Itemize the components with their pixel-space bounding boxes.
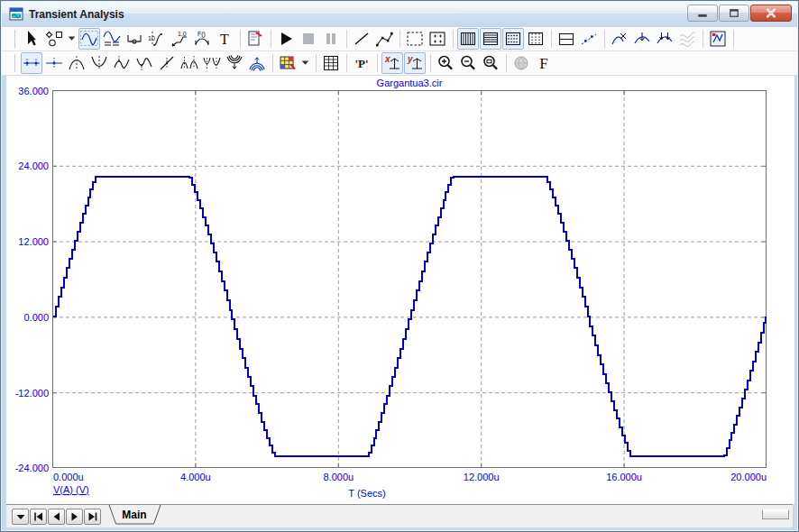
- page-tab-bar: Main: [6, 504, 793, 527]
- x-axis-labels: 0.000u 4.000u 8.000u 12.000u 16.000u 20.…: [53, 472, 767, 482]
- minor-grid-toggle[interactable]: [525, 28, 546, 50]
- plot-canvas[interactable]: Gargantua3.cir 36.000 24.000 12.000 0.00…: [6, 76, 794, 504]
- line-tool-icon: [352, 29, 372, 49]
- toolbar-grip[interactable]: [13, 30, 15, 48]
- waveform-buffer-icon: [677, 29, 697, 49]
- window-title: Transient Analysis: [29, 8, 124, 21]
- properties-icon: [245, 29, 265, 49]
- toolbar-grip[interactable]: [13, 54, 15, 72]
- grid-marks-button[interactable]: [427, 28, 448, 50]
- cursor-both-button[interactable]: [654, 28, 675, 50]
- y-tick-label: 12.000: [18, 236, 49, 247]
- prev-page-button[interactable]: [48, 509, 65, 525]
- minimize-button[interactable]: [687, 5, 718, 22]
- select-tool-icon: [22, 29, 41, 49]
- palette-dropdown-icon: [300, 53, 310, 73]
- cursor-drop-button[interactable]: [631, 28, 653, 50]
- zoom-region-button[interactable]: [480, 52, 501, 74]
- global-high-button[interactable]: [246, 52, 268, 74]
- graphics-dropdown-button[interactable]: [66, 28, 78, 50]
- toolbar-separator: [240, 30, 241, 48]
- vertical-grid-toggle[interactable]: [457, 28, 479, 50]
- go-to-low-button[interactable]: [133, 52, 155, 74]
- scale-mode-icon: [79, 29, 99, 49]
- performance-tag-button[interactable]: F(): [191, 28, 213, 50]
- go-to-peak-button[interactable]: [66, 52, 87, 74]
- cursor-x-icon: [610, 29, 629, 49]
- x-tick-label: 12.000u: [464, 472, 500, 482]
- cursor-mode-icon: [102, 29, 122, 49]
- waveform-trace[interactable]: [53, 177, 766, 456]
- next-peak-button[interactable]: [179, 52, 200, 74]
- y-tick-label: -12.000: [15, 388, 49, 399]
- svg-text:1.0: 1.0: [178, 31, 187, 37]
- run-icon: [276, 29, 296, 49]
- page-list-button[interactable]: [12, 509, 29, 525]
- color-palette-icon: [278, 53, 298, 73]
- x-tick-label: 4.000u: [180, 472, 211, 482]
- pause-button[interactable]: [320, 28, 342, 50]
- run-button[interactable]: [275, 28, 297, 50]
- cursor-mode-button[interactable]: [101, 28, 123, 50]
- tracker-button[interactable]: [578, 28, 600, 50]
- prev-page-icon: [49, 509, 64, 525]
- font-icon: F: [534, 53, 554, 73]
- dot-grid-toggle[interactable]: [502, 28, 524, 50]
- periodic-measure-icon: 'P': [352, 53, 372, 73]
- point-tag-button[interactable]: [124, 28, 145, 50]
- zoom-out-button[interactable]: [457, 52, 479, 74]
- graphics-tool-button[interactable]: [43, 28, 65, 50]
- go-to-inflection-button[interactable]: [156, 52, 178, 74]
- vertical-tag-button[interactable]: 1.0: [169, 28, 190, 50]
- stop-button[interactable]: [298, 28, 319, 50]
- horizontal-grid-toggle[interactable]: [480, 28, 501, 50]
- split-plot-icon: [556, 29, 576, 49]
- tracker-cursor-alt-button[interactable]: [43, 52, 65, 74]
- web-button[interactable]: [510, 52, 532, 74]
- close-button[interactable]: [750, 5, 792, 22]
- y-tick-label: 0.000: [23, 312, 49, 323]
- select-tool-button[interactable]: [21, 28, 42, 50]
- tab-main[interactable]: Main: [107, 505, 165, 525]
- next-page-button[interactable]: [66, 509, 83, 525]
- waveform-buffer-button[interactable]: [676, 28, 698, 50]
- y-scale-lock-button[interactable]: y: [404, 52, 426, 74]
- next-valley-button[interactable]: [201, 52, 223, 74]
- maximize-button[interactable]: [719, 5, 749, 22]
- next-peak-icon: [179, 53, 199, 73]
- global-low-button[interactable]: [224, 52, 245, 74]
- x-scale-lock-button[interactable]: x: [381, 52, 403, 74]
- color-palette-button[interactable]: [277, 52, 298, 74]
- palette-dropdown-button[interactable]: [299, 52, 311, 74]
- split-plot-button[interactable]: [556, 28, 577, 50]
- tab-strip-resize-handle[interactable]: [762, 509, 789, 519]
- zoom-in-button[interactable]: [435, 52, 456, 74]
- trace-label-link[interactable]: V(A) (V): [53, 484, 89, 495]
- text-mode-button[interactable]: T: [214, 28, 235, 50]
- tracker-cursor-button[interactable]: [21, 52, 42, 74]
- minimize-icon: [688, 5, 717, 22]
- web-icon: [511, 53, 531, 73]
- horizontal-tag-button[interactable]: 10: [146, 28, 168, 50]
- last-page-button[interactable]: [84, 509, 101, 525]
- scale-mode-button[interactable]: [78, 28, 100, 50]
- tracker-cursor-alt-icon: [44, 53, 64, 73]
- x-axis-title: T (Secs): [348, 488, 385, 499]
- line-tool-button[interactable]: [351, 28, 372, 50]
- go-to-valley-button[interactable]: [88, 52, 110, 74]
- periodic-measure-button[interactable]: 'P': [351, 52, 372, 74]
- stop-icon: [298, 29, 318, 49]
- font-button[interactable]: F: [533, 52, 555, 74]
- cursor-x-button[interactable]: [609, 28, 630, 50]
- title-bar[interactable]: Transient Analysis: [2, 2, 797, 27]
- main-toolbar: 101.0F()T: [2, 27, 797, 51]
- select-region-button[interactable]: [404, 28, 426, 50]
- polyline-tool-button[interactable]: [373, 28, 395, 50]
- grid-lines: [53, 91, 766, 467]
- numeric-output-button[interactable]: [320, 52, 342, 74]
- go-to-high-button[interactable]: [111, 52, 133, 74]
- y-tick-label: 24.000: [18, 161, 49, 171]
- plot-properties-button[interactable]: [707, 28, 729, 50]
- first-page-button[interactable]: [30, 509, 47, 525]
- properties-button[interactable]: [244, 28, 266, 50]
